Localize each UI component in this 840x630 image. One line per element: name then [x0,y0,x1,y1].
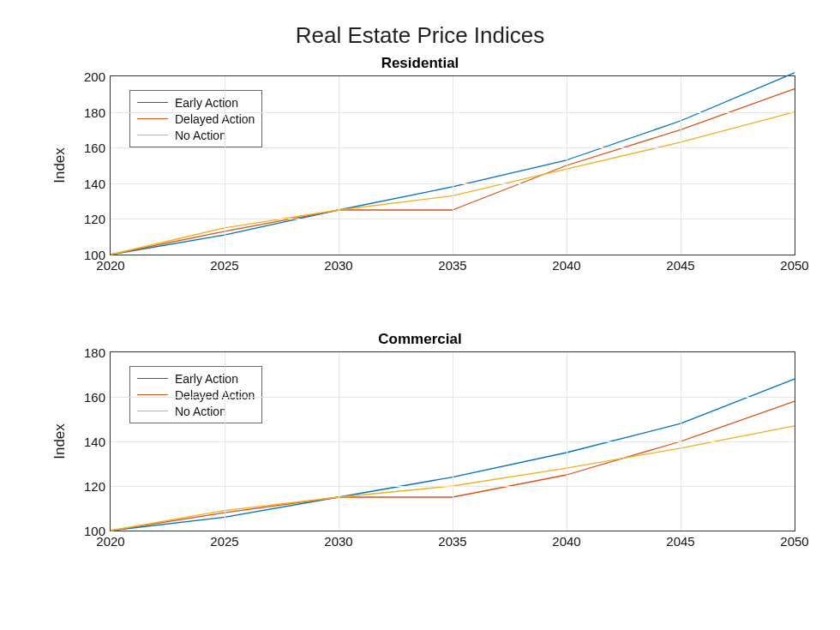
axes-residential: Early ActionDelayed ActionNo Action 2020… [110,75,795,255]
grid-line [225,76,225,255]
legend-swatch [137,394,168,395]
legend-entry: No Action [137,127,255,143]
x-tick-label: 2045 [666,534,694,549]
legend-entry: No Action [137,403,255,419]
figure-title: Real Estate Price Indices [0,22,840,49]
x-tick-label: 2030 [324,258,352,273]
grid-line [111,147,795,148]
y-tick-label: 120 [84,212,105,226]
grid-line [111,183,795,184]
legend-residential: Early ActionDelayed ActionNo Action [129,90,262,147]
legend-swatch [137,411,168,411]
legend-entry: Early Action [137,370,255,387]
legend-swatch [137,118,168,119]
grid-line [111,112,795,113]
grid-line [567,76,567,255]
figure: Real Estate Price Indices Residential Ea… [0,0,840,630]
grid-line [681,76,681,255]
y-tick-label: 140 [84,435,105,449]
legend-swatch [137,135,168,135]
legend-label: Delayed Action [175,112,255,126]
grid-line [111,441,795,442]
x-tick-label: 2025 [210,258,238,273]
grid-line [111,397,795,398]
grid-line [339,76,339,255]
y-tick-label: 180 [84,345,105,360]
x-tick-label: 2035 [438,534,466,549]
legend-entry: Delayed Action [137,111,255,127]
legend-label: Delayed Action [175,388,255,402]
y-tick-label: 120 [84,479,105,494]
x-tick-label: 2040 [552,534,580,549]
ylabel-residential: Index [51,147,69,183]
legend-entry: Delayed Action [137,387,255,403]
y-tick-label: 100 [84,248,105,262]
x-tick-label: 2030 [324,534,352,549]
x-tick-label: 2040 [552,258,580,273]
axes-commercial: Early ActionDelayed ActionNo Action 2020… [110,351,795,531]
x-tick-label: 2025 [210,534,238,549]
y-tick-label: 160 [84,141,105,155]
subplot-title-residential: Residential [0,55,840,72]
y-tick-label: 180 [84,105,105,119]
legend-label: Early Action [175,96,238,110]
y-tick-label: 200 [84,69,105,84]
legend-label: No Action [175,405,226,418]
legend-label: No Action [175,129,226,142]
grid-line [111,486,795,487]
legend-label: Early Action [175,372,238,386]
legend-commercial: Early ActionDelayed ActionNo Action [129,366,262,423]
y-tick-label: 140 [84,176,105,190]
ylabel-commercial: Index [51,423,69,459]
legend-swatch [137,378,168,379]
y-tick-label: 160 [84,390,105,405]
x-tick-label: 2050 [780,534,808,549]
x-tick-label: 2045 [666,258,694,273]
legend-swatch [137,102,168,103]
y-tick-label: 100 [84,524,105,538]
x-tick-label: 2050 [780,258,808,273]
legend-entry: Early Action [137,94,255,111]
x-tick-label: 2035 [438,258,466,273]
grid-line [111,219,795,219]
grid-line [453,76,453,255]
subplot-title-commercial: Commercial [0,331,840,348]
